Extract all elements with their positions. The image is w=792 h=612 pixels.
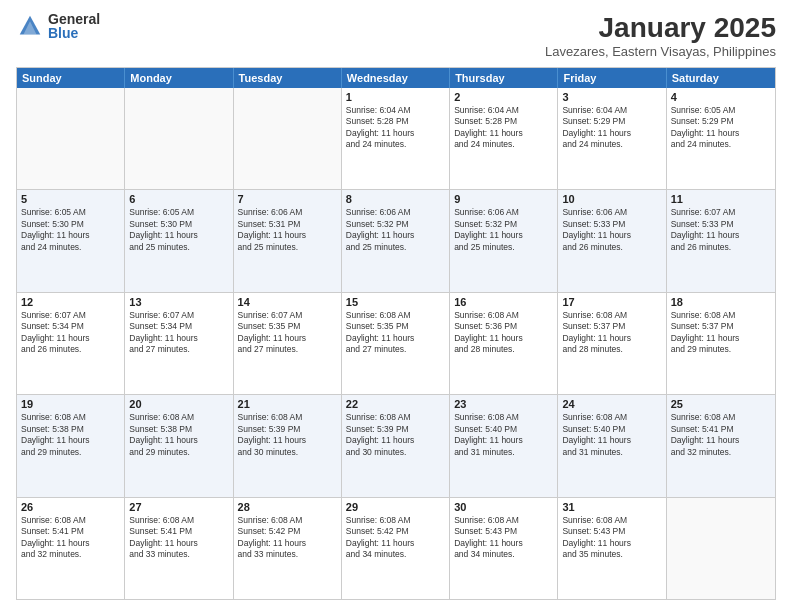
logo-blue-label: Blue [48, 26, 100, 40]
day-cell-28: 28Sunrise: 6:08 AM Sunset: 5:42 PM Dayli… [234, 498, 342, 599]
day-info: Sunrise: 6:08 AM Sunset: 5:37 PM Dayligh… [562, 310, 661, 356]
day-cell-17: 17Sunrise: 6:08 AM Sunset: 5:37 PM Dayli… [558, 293, 666, 394]
day-cell-16: 16Sunrise: 6:08 AM Sunset: 5:36 PM Dayli… [450, 293, 558, 394]
day-cell-31: 31Sunrise: 6:08 AM Sunset: 5:43 PM Dayli… [558, 498, 666, 599]
day-number: 26 [21, 501, 120, 513]
day-cell-3: 3Sunrise: 6:04 AM Sunset: 5:29 PM Daylig… [558, 88, 666, 189]
day-cell-21: 21Sunrise: 6:08 AM Sunset: 5:39 PM Dayli… [234, 395, 342, 496]
calendar: SundayMondayTuesdayWednesdayThursdayFrid… [16, 67, 776, 600]
month-title: January 2025 [545, 12, 776, 44]
day-number: 27 [129, 501, 228, 513]
header: General Blue January 2025 Lavezares, Eas… [16, 12, 776, 59]
day-number: 5 [21, 193, 120, 205]
header-day-wednesday: Wednesday [342, 68, 450, 88]
day-info: Sunrise: 6:08 AM Sunset: 5:42 PM Dayligh… [346, 515, 445, 561]
header-day-tuesday: Tuesday [234, 68, 342, 88]
day-info: Sunrise: 6:08 AM Sunset: 5:38 PM Dayligh… [129, 412, 228, 458]
header-day-monday: Monday [125, 68, 233, 88]
day-number: 25 [671, 398, 771, 410]
day-info: Sunrise: 6:08 AM Sunset: 5:40 PM Dayligh… [562, 412, 661, 458]
day-number: 12 [21, 296, 120, 308]
header-day-friday: Friday [558, 68, 666, 88]
day-number: 23 [454, 398, 553, 410]
day-cell-8: 8Sunrise: 6:06 AM Sunset: 5:32 PM Daylig… [342, 190, 450, 291]
day-info: Sunrise: 6:07 AM Sunset: 5:35 PM Dayligh… [238, 310, 337, 356]
day-info: Sunrise: 6:08 AM Sunset: 5:36 PM Dayligh… [454, 310, 553, 356]
day-number: 20 [129, 398, 228, 410]
day-cell-18: 18Sunrise: 6:08 AM Sunset: 5:37 PM Dayli… [667, 293, 775, 394]
day-info: Sunrise: 6:05 AM Sunset: 5:30 PM Dayligh… [21, 207, 120, 253]
day-number: 4 [671, 91, 771, 103]
logo-text: General Blue [48, 12, 100, 40]
day-cell-25: 25Sunrise: 6:08 AM Sunset: 5:41 PM Dayli… [667, 395, 775, 496]
day-info: Sunrise: 6:08 AM Sunset: 5:43 PM Dayligh… [454, 515, 553, 561]
day-cell-20: 20Sunrise: 6:08 AM Sunset: 5:38 PM Dayli… [125, 395, 233, 496]
header-day-thursday: Thursday [450, 68, 558, 88]
day-info: Sunrise: 6:07 AM Sunset: 5:34 PM Dayligh… [129, 310, 228, 356]
day-number: 3 [562, 91, 661, 103]
day-cell-27: 27Sunrise: 6:08 AM Sunset: 5:41 PM Dayli… [125, 498, 233, 599]
day-cell-1: 1Sunrise: 6:04 AM Sunset: 5:28 PM Daylig… [342, 88, 450, 189]
day-number: 29 [346, 501, 445, 513]
day-info: Sunrise: 6:08 AM Sunset: 5:39 PM Dayligh… [238, 412, 337, 458]
logo-icon [16, 12, 44, 40]
day-info: Sunrise: 6:04 AM Sunset: 5:28 PM Dayligh… [346, 105, 445, 151]
day-info: Sunrise: 6:06 AM Sunset: 5:31 PM Dayligh… [238, 207, 337, 253]
day-info: Sunrise: 6:08 AM Sunset: 5:41 PM Dayligh… [21, 515, 120, 561]
empty-cell [667, 498, 775, 599]
calendar-row-0: 1Sunrise: 6:04 AM Sunset: 5:28 PM Daylig… [17, 88, 775, 189]
day-cell-24: 24Sunrise: 6:08 AM Sunset: 5:40 PM Dayli… [558, 395, 666, 496]
day-info: Sunrise: 6:05 AM Sunset: 5:29 PM Dayligh… [671, 105, 771, 151]
title-section: January 2025 Lavezares, Eastern Visayas,… [545, 12, 776, 59]
day-number: 7 [238, 193, 337, 205]
day-info: Sunrise: 6:04 AM Sunset: 5:28 PM Dayligh… [454, 105, 553, 151]
day-info: Sunrise: 6:08 AM Sunset: 5:39 PM Dayligh… [346, 412, 445, 458]
day-cell-9: 9Sunrise: 6:06 AM Sunset: 5:32 PM Daylig… [450, 190, 558, 291]
day-info: Sunrise: 6:07 AM Sunset: 5:34 PM Dayligh… [21, 310, 120, 356]
day-info: Sunrise: 6:08 AM Sunset: 5:35 PM Dayligh… [346, 310, 445, 356]
day-cell-12: 12Sunrise: 6:07 AM Sunset: 5:34 PM Dayli… [17, 293, 125, 394]
logo: General Blue [16, 12, 100, 40]
day-info: Sunrise: 6:08 AM Sunset: 5:38 PM Dayligh… [21, 412, 120, 458]
header-day-sunday: Sunday [17, 68, 125, 88]
day-number: 17 [562, 296, 661, 308]
calendar-header: SundayMondayTuesdayWednesdayThursdayFrid… [17, 68, 775, 88]
location: Lavezares, Eastern Visayas, Philippines [545, 44, 776, 59]
day-number: 15 [346, 296, 445, 308]
day-info: Sunrise: 6:05 AM Sunset: 5:30 PM Dayligh… [129, 207, 228, 253]
day-number: 2 [454, 91, 553, 103]
day-number: 11 [671, 193, 771, 205]
day-number: 24 [562, 398, 661, 410]
empty-cell [125, 88, 233, 189]
day-info: Sunrise: 6:08 AM Sunset: 5:42 PM Dayligh… [238, 515, 337, 561]
day-info: Sunrise: 6:08 AM Sunset: 5:41 PM Dayligh… [671, 412, 771, 458]
day-number: 9 [454, 193, 553, 205]
day-info: Sunrise: 6:06 AM Sunset: 5:33 PM Dayligh… [562, 207, 661, 253]
day-number: 28 [238, 501, 337, 513]
day-number: 21 [238, 398, 337, 410]
empty-cell [17, 88, 125, 189]
day-number: 14 [238, 296, 337, 308]
day-cell-19: 19Sunrise: 6:08 AM Sunset: 5:38 PM Dayli… [17, 395, 125, 496]
calendar-row-2: 12Sunrise: 6:07 AM Sunset: 5:34 PM Dayli… [17, 292, 775, 394]
day-info: Sunrise: 6:08 AM Sunset: 5:37 PM Dayligh… [671, 310, 771, 356]
day-info: Sunrise: 6:04 AM Sunset: 5:29 PM Dayligh… [562, 105, 661, 151]
day-cell-5: 5Sunrise: 6:05 AM Sunset: 5:30 PM Daylig… [17, 190, 125, 291]
day-cell-30: 30Sunrise: 6:08 AM Sunset: 5:43 PM Dayli… [450, 498, 558, 599]
day-number: 6 [129, 193, 228, 205]
day-cell-29: 29Sunrise: 6:08 AM Sunset: 5:42 PM Dayli… [342, 498, 450, 599]
day-number: 18 [671, 296, 771, 308]
day-number: 19 [21, 398, 120, 410]
day-number: 22 [346, 398, 445, 410]
day-cell-10: 10Sunrise: 6:06 AM Sunset: 5:33 PM Dayli… [558, 190, 666, 291]
day-number: 8 [346, 193, 445, 205]
day-cell-14: 14Sunrise: 6:07 AM Sunset: 5:35 PM Dayli… [234, 293, 342, 394]
day-number: 13 [129, 296, 228, 308]
day-cell-7: 7Sunrise: 6:06 AM Sunset: 5:31 PM Daylig… [234, 190, 342, 291]
day-cell-4: 4Sunrise: 6:05 AM Sunset: 5:29 PM Daylig… [667, 88, 775, 189]
day-info: Sunrise: 6:08 AM Sunset: 5:40 PM Dayligh… [454, 412, 553, 458]
day-info: Sunrise: 6:07 AM Sunset: 5:33 PM Dayligh… [671, 207, 771, 253]
day-number: 16 [454, 296, 553, 308]
day-cell-26: 26Sunrise: 6:08 AM Sunset: 5:41 PM Dayli… [17, 498, 125, 599]
page: General Blue January 2025 Lavezares, Eas… [0, 0, 792, 612]
